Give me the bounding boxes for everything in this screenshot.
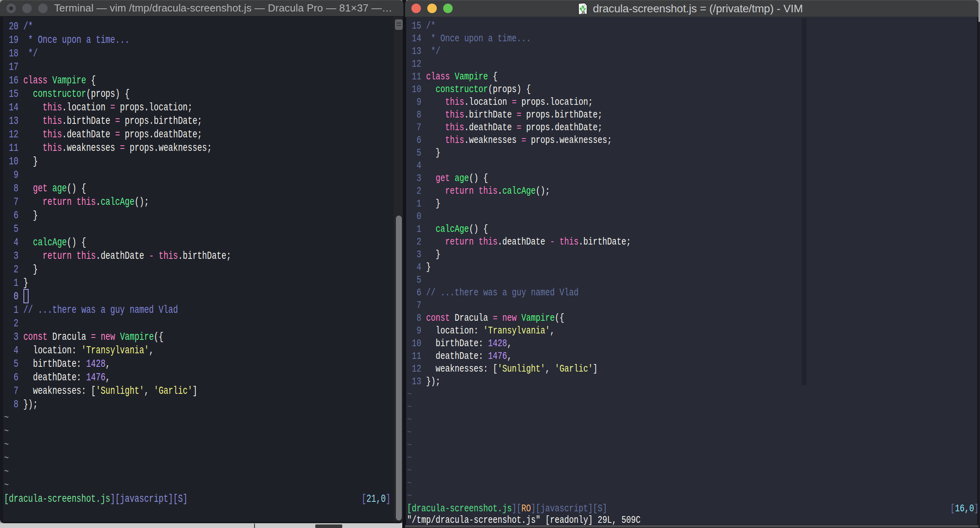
svg-text:JS: JS [581, 11, 586, 15]
